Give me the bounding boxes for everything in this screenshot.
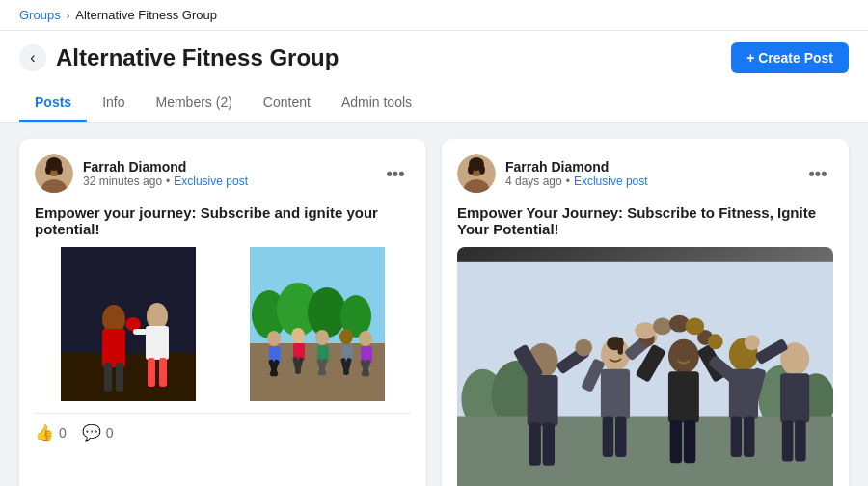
svg-point-29 xyxy=(291,328,305,343)
main-content: Farrah Diamond 32 minutes ago • Exclusiv… xyxy=(0,123,868,486)
svg-point-25 xyxy=(267,331,281,346)
reaction-bar-1: 👍 0 💬 0 xyxy=(35,413,411,442)
author-name-1: Farrah Diamond xyxy=(83,159,380,175)
svg-point-49 xyxy=(468,165,474,175)
svg-point-22 xyxy=(308,287,346,338)
svg-rect-9 xyxy=(102,329,125,367)
avatar-2 xyxy=(457,154,496,193)
svg-point-5 xyxy=(57,165,63,175)
breadcrumb-separator: › xyxy=(67,10,70,21)
svg-rect-15 xyxy=(148,358,155,387)
post-image-outdoor xyxy=(224,247,411,401)
exclusive-post-link-2[interactable]: Exclusive post xyxy=(574,175,648,188)
svg-point-37 xyxy=(339,329,353,344)
page-header: ‹ Alternative Fitness Group + Create Pos… xyxy=(0,31,868,123)
post-images-1 xyxy=(35,247,411,401)
more-icon-1: ••• xyxy=(387,164,405,184)
post-image-boxing xyxy=(35,247,222,401)
avatar-1 xyxy=(35,154,73,193)
more-options-button-1[interactable]: ••• xyxy=(380,158,411,189)
post-header-2: Farrah Diamond 4 days ago • Exclusive po… xyxy=(457,154,833,193)
tab-info[interactable]: Info xyxy=(87,85,140,122)
post-time-1: 32 minutes ago • Exclusive post xyxy=(83,175,380,188)
breadcrumb-bar: Groups › Alternative Fitness Group xyxy=(0,0,868,31)
svg-rect-17 xyxy=(133,329,148,335)
svg-point-33 xyxy=(315,330,329,345)
svg-rect-7 xyxy=(61,353,196,401)
like-icon-1: 👍 xyxy=(35,423,54,442)
tab-content[interactable]: Content xyxy=(248,85,326,122)
author-name-2: Farrah Diamond xyxy=(505,159,802,175)
comment-icon-1: 💬 xyxy=(82,423,101,442)
post-meta-1: Farrah Diamond 32 minutes ago • Exclusiv… xyxy=(83,159,380,188)
post-big-image-2 xyxy=(457,247,833,486)
svg-point-41 xyxy=(359,331,372,346)
more-icon-2: ••• xyxy=(809,164,827,184)
comment-button-1[interactable]: 💬 0 xyxy=(82,423,114,442)
breadcrumb-groups-link[interactable]: Groups xyxy=(19,8,61,22)
post-card-1: Farrah Diamond 32 minutes ago • Exclusiv… xyxy=(19,139,426,486)
create-post-button[interactable]: + Create Post xyxy=(731,42,849,73)
exclusive-post-link-1[interactable]: Exclusive post xyxy=(174,175,248,188)
tab-members[interactable]: Members (2) xyxy=(140,85,247,122)
post-time-2: 4 days ago • Exclusive post xyxy=(505,175,802,188)
comment-count-1: 0 xyxy=(106,425,114,441)
svg-rect-99 xyxy=(457,262,833,486)
nav-tabs: Posts Info Members (2) Content Admin too… xyxy=(19,85,849,122)
page-title: Alternative Fitness Group xyxy=(56,44,339,71)
svg-rect-11 xyxy=(116,363,123,392)
like-count-1: 0 xyxy=(59,425,67,441)
svg-point-13 xyxy=(147,303,168,330)
svg-rect-14 xyxy=(146,326,169,360)
post-header-1: Farrah Diamond 32 minutes ago • Exclusiv… xyxy=(35,154,411,193)
post-title-1: Empower your journey: Subscribe and igni… xyxy=(35,204,411,237)
tab-admin-tools[interactable]: Admin tools xyxy=(326,85,427,122)
back-button[interactable]: ‹ xyxy=(19,44,46,71)
post-title-2: Empower Your Journey: Subscribe to Fitne… xyxy=(457,204,833,237)
more-options-button-2[interactable]: ••• xyxy=(802,158,833,189)
svg-rect-10 xyxy=(104,363,112,392)
breadcrumb-current: Alternative Fitness Group xyxy=(75,8,217,22)
post-meta-2: Farrah Diamond 4 days ago • Exclusive po… xyxy=(505,159,802,188)
svg-point-12 xyxy=(125,317,141,331)
post-card-2: Farrah Diamond 4 days ago • Exclusive po… xyxy=(442,139,849,486)
like-button-1[interactable]: 👍 0 xyxy=(35,423,67,442)
svg-point-50 xyxy=(479,165,485,175)
back-icon: ‹ xyxy=(30,49,35,67)
tab-posts[interactable]: Posts xyxy=(19,85,87,122)
svg-point-4 xyxy=(45,165,51,175)
svg-rect-16 xyxy=(159,358,167,387)
